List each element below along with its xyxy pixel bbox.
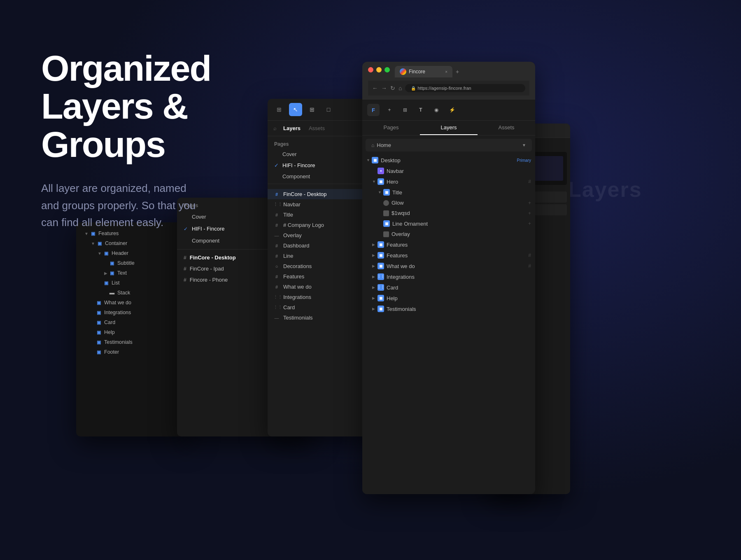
hash-badge: # (528, 179, 531, 184)
hash-badge: # (528, 252, 531, 258)
frame-icon: ▣ (372, 157, 378, 163)
list-item[interactable]: ▼ ▣ List (94, 278, 186, 287)
assets-tool[interactable]: ◉ (431, 104, 442, 116)
list-item[interactable]: ▶ ▬ Stack (101, 288, 186, 297)
plugins-tool[interactable]: ⚡ (446, 104, 458, 116)
minimize-button[interactable] (376, 67, 382, 72)
home-button[interactable]: ⌂ (398, 85, 402, 91)
frame-icon: ▣ (377, 263, 384, 269)
list-item[interactable]: ▶ ▣ Testimonials (88, 338, 186, 347)
list-item[interactable]: ▶ ▣ Text (101, 268, 186, 278)
component-icon: ✦ (377, 168, 384, 174)
plus-badge: + (528, 221, 531, 226)
tab-close-icon[interactable]: × (445, 70, 447, 74)
text-tool[interactable]: T (415, 104, 426, 116)
layer-glow[interactable]: ▶ Glow + (362, 198, 535, 208)
layer-card[interactable]: ▶ ⋮⋮ Card (362, 282, 535, 293)
plus-badge: + (528, 210, 531, 216)
hero-title: Organized Layers & Groups (41, 49, 288, 163)
layer-testimonials[interactable]: ▶ ▣ Testimonials (362, 303, 535, 314)
forward-button[interactable]: → (381, 85, 387, 91)
layers-background-text: Layers (568, 177, 642, 202)
tab-assets-inner[interactable]: Assets (478, 121, 535, 135)
circle-icon (383, 200, 389, 206)
frame-icon: ▣ (377, 241, 384, 248)
layer-help[interactable]: ▶ ▣ Help (362, 293, 535, 303)
frame-icon: ▣ (377, 178, 384, 185)
browser-chrome: Fincore × + ← → ↻ ⌂ 🔒 https://agensip-fi… (362, 62, 535, 100)
list-item[interactable]: ▼ ▣ Container (88, 239, 186, 248)
tab-pages[interactable]: Pages (362, 121, 420, 135)
layer-integrations[interactable]: ▶ ⋮⋮ Integrations (362, 271, 535, 282)
browser-window: Fincore × + ← → ↻ ⌂ 🔒 https://agensip-fi… (362, 62, 535, 494)
chevron-down-icon: ▼ (522, 143, 526, 147)
layer-hero[interactable]: ▼ ▣ Hero # (362, 176, 535, 187)
window-controls (368, 67, 390, 72)
pointer-tool[interactable]: ↖ (289, 103, 302, 116)
address-bar[interactable]: 🔒 https://agensip-fincore.fran (405, 84, 525, 92)
back-button[interactable]: ← (372, 85, 378, 91)
browser-tab[interactable]: Fincore × (395, 66, 452, 77)
new-tab-button[interactable]: + (456, 68, 459, 75)
home-icon: ⌂ (371, 142, 374, 148)
list-item[interactable]: ▼ ▣ Header (94, 249, 186, 258)
url-text: https://agensip-fincore.fran (417, 86, 471, 91)
tab-assets[interactable]: Assets (305, 124, 328, 133)
layer-desktop[interactable]: ▼ ▣ Desktop Primary (362, 155, 535, 166)
google-logo (400, 68, 406, 75)
add-tool[interactable]: + (384, 104, 395, 116)
components-tool[interactable]: ⊞ (399, 104, 411, 116)
layer-1wqsd[interactable]: ▶ $1wqsd + (362, 208, 535, 218)
hash-badge: # (528, 263, 531, 269)
frame-icon: ▣ (383, 220, 390, 227)
lock-icon: 🔒 (411, 86, 416, 91)
list-item[interactable]: ▶ ▣ Integrations (88, 308, 186, 317)
layer-title[interactable]: ▼ ▣ Title (362, 187, 535, 198)
layer-navbar[interactable]: ▶ ✦ Navbar (362, 166, 535, 176)
frame-icon: ▣ (377, 295, 384, 301)
dropdown-label: Home (377, 142, 391, 148)
frame-icon: ▣ (383, 189, 390, 196)
frame-icon: ⋮⋮ (377, 284, 384, 291)
figma-logo[interactable]: F (367, 104, 380, 116)
layer-features-2[interactable]: ▶ ▣ Features # (362, 250, 535, 261)
list-item[interactable]: ▶ ▣ Help (88, 328, 186, 337)
frame-tool[interactable]: ⊞ (305, 103, 319, 116)
frame-icon: ⋮⋮ (377, 273, 384, 280)
rect-icon (383, 210, 389, 216)
layer-what-we-do[interactable]: ▶ ▣ What we do # (362, 261, 535, 271)
rect-tool[interactable]: □ (322, 103, 335, 116)
panel-layers-small: ▼ ▣ Features ▼ ▣ Container ▼ ▣ Header ▶ … (76, 222, 191, 436)
hero-section: Organized Layers & Groups All layer are … (41, 49, 288, 231)
figma-toolbar-inner: F + ⊞ T ◉ ⚡ (362, 100, 535, 121)
rect-icon (383, 231, 389, 237)
list-item[interactable]: ▶ ▣ Footer (88, 348, 186, 357)
list-item[interactable]: ▶ ▣ Subtitle (101, 259, 186, 268)
figma-panel-tabs: Pages Layers Assets (362, 121, 535, 135)
tab-title: Fincore (409, 69, 425, 75)
plus-badge: + (528, 200, 531, 206)
figma-sidebar: F + ⊞ T ◉ ⚡ Pages Layers Assets ⌂ Home ▼… (362, 100, 535, 494)
maximize-button[interactable] (384, 67, 390, 72)
layer-overlay[interactable]: ▶ Overlay (362, 229, 535, 239)
layer-features-1[interactable]: ▶ ▣ Features (362, 239, 535, 250)
address-bar-row: ← → ↻ ⌂ 🔒 https://agensip-fincore.fran (368, 81, 529, 96)
list-item[interactable]: ▶ ▣ What we do (88, 298, 186, 307)
primary-badge: Primary (517, 158, 531, 163)
frame-icon: ▣ (377, 306, 384, 312)
frame-icon: ▣ (377, 252, 384, 259)
close-button[interactable] (368, 67, 373, 72)
list-item[interactable]: ▶ ▣ Card (88, 318, 186, 327)
page-dropdown[interactable]: ⌂ Home ▼ (366, 139, 532, 152)
refresh-button[interactable]: ↻ (390, 85, 395, 91)
layer-line-ornament[interactable]: ▶ ▣ Line Ornament + (362, 218, 535, 229)
tab-layers-inner[interactable]: Layers (420, 121, 478, 135)
hero-subtitle: All layer are organized, named and group… (41, 180, 288, 231)
layers-list: ▼ ▣ Desktop Primary ▶ ✦ Navbar ▼ ▣ Hero … (362, 155, 535, 494)
